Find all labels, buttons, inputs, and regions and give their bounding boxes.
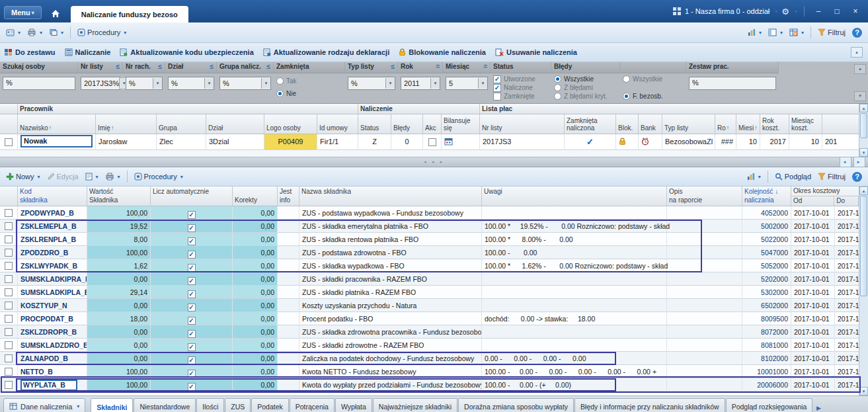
action-aktualizowanie-kodu[interactable]: Aktualizowanie kodu ubezpieczenia <box>120 48 253 56</box>
cell-licz-automatycznie[interactable] <box>151 339 233 352</box>
cell-uwagi[interactable]: 100.00 * 1.62% - 0.00 Rozniczowo: podsta… <box>482 259 667 272</box>
cell-kolejnosc[interactable]: 8102000 <box>742 352 791 365</box>
typ-listy-select[interactable]: %▾ <box>348 77 395 90</box>
cell-uwagi[interactable] <box>482 286 667 299</box>
scroll-up-button[interactable]: ▴ <box>859 104 868 112</box>
cell-korekty[interactable]: 0,00 <box>233 299 278 312</box>
cell-korekty[interactable]: 0,00 <box>233 352 278 365</box>
cell-wartosc[interactable]: 0,00 <box>87 272 151 286</box>
cell-logo[interactable]: P00409 <box>264 134 317 150</box>
cell-wartosc[interactable]: 1,62 <box>87 259 151 272</box>
cell-jest-info[interactable] <box>278 299 299 312</box>
cell-korekty[interactable]: 0,00 <box>233 286 278 299</box>
cell-okres-do[interactable]: 2017-10- <box>835 259 859 272</box>
cell-licz-automatycznie[interactable] <box>151 299 233 312</box>
grid-row[interactable]: ZPODWYPAD_B100,000,00ZUS - podstawa wypa… <box>0 206 868 220</box>
cell-korekty[interactable]: 0,00 <box>233 220 278 233</box>
cell-wartosc[interactable]: 100,00 <box>87 378 151 391</box>
cell-korekty[interactable]: 0,00 <box>233 312 278 325</box>
cell-wartosc[interactable]: 0,00 <box>87 325 151 339</box>
cell-korekty[interactable]: 0,00 <box>233 233 278 246</box>
cell-bledy[interactable]: 0 <box>391 134 423 150</box>
cell-kolejnosc[interactable]: 8081000 <box>742 339 791 352</box>
col-header-od[interactable]: Od <box>791 196 834 206</box>
cell-nazwa[interactable]: Koszty uzyskania przychodu - Natura <box>299 299 482 312</box>
cell-okres-od[interactable]: 2017-10-01 <box>791 259 835 272</box>
miesiac-select[interactable]: 5▾ <box>446 77 488 90</box>
filter-button[interactable]: Filtruj <box>815 27 848 38</box>
grid-row[interactable]: SUMSKLADKIPRA_B0,000,00ZUS - składki pra… <box>0 272 868 286</box>
cell-okres-od[interactable]: 2017-10-01 <box>791 352 835 365</box>
col-header-kolejność-naliczania[interactable]: Kolejność ↓naliczania <box>742 186 791 206</box>
cell-opis[interactable] <box>667 339 742 352</box>
cell-licz-automatycznie[interactable] <box>151 206 233 220</box>
new-button[interactable]: Nowy ▾ <box>3 171 43 182</box>
cell-okres-do[interactable]: 2017-10- <box>835 286 859 299</box>
cell-jest-info[interactable] <box>278 325 299 339</box>
tab-niestandardowe[interactable]: Niestandardowe <box>134 398 196 412</box>
cell-okres-do[interactable]: 2017-10- <box>835 220 859 233</box>
cell-uwagi[interactable] <box>482 272 667 286</box>
cell-bank[interactable] <box>639 134 662 150</box>
checkbox-icon[interactable] <box>188 211 196 219</box>
cell-kod[interactable]: SUMSKLADKIPLA_B <box>18 286 87 299</box>
print-button[interactable]: ▾ <box>24 27 45 38</box>
tab-zus[interactable]: ZUS <box>225 398 251 412</box>
dane-naliczenia-button[interactable]: Dane naliczenia ▾ <box>3 398 85 412</box>
cell-opis[interactable] <box>667 220 742 233</box>
grid-row[interactable]: ZALNAPOD_B0,000,00Zaliczka na podatek do… <box>0 352 868 365</box>
cell-wartosc[interactable]: 0,00 <box>87 299 151 312</box>
cell-okres-od[interactable]: 2017-10-01 <box>791 272 835 286</box>
checkbox[interactable] <box>5 341 13 349</box>
cell-extra[interactable]: 201 <box>822 134 859 150</box>
checkbox[interactable] <box>5 262 13 270</box>
col-header-kod-składnika[interactable]: Kodskładnika <box>18 186 87 206</box>
cell-zamknieta[interactable]: ✓ <box>565 134 616 150</box>
checkbox-icon[interactable] <box>188 290 196 298</box>
cell-kod[interactable]: ZSKLRENPLA_B <box>18 233 87 246</box>
col-header-imię[interactable]: Imię↑ <box>96 114 157 134</box>
col-header-bilansuje-się[interactable]: Bilansuje się <box>442 114 480 134</box>
col-header-blank[interactable] <box>822 114 859 134</box>
cell-kod[interactable]: ZSKLWYPADK_B <box>18 259 87 272</box>
cell-kolejnosc[interactable]: 5052000 <box>742 259 791 272</box>
cell-nazwa[interactable]: ZUS - składki pracownika - RAZEM FBO <box>299 272 482 286</box>
cell-okres-do[interactable]: 2017-10- <box>835 365 859 378</box>
checkbox[interactable] <box>5 222 13 230</box>
cell-korekty[interactable]: 0,00 <box>233 272 278 286</box>
cell-blok[interactable] <box>616 134 639 150</box>
tab-potrącenia[interactable]: Potrącenia <box>290 398 335 412</box>
cell-grupa[interactable]: Zlec <box>157 134 206 150</box>
tab-błędy-i-informacje-przy-naliczaniu-składników[interactable]: Błędy i informacje przy naliczaniu skład… <box>574 398 725 412</box>
cell-kolejnosc[interactable]: 5302000 <box>742 286 791 299</box>
cell-uwagi[interactable]: 100.00 - 0.00 <box>482 246 667 259</box>
procedures-button[interactable]: Procedury ▾ <box>75 27 129 38</box>
cell-kod[interactable]: PROCPODAT_B <box>18 312 87 325</box>
cell-okres-do[interactable]: 2017-10- <box>835 325 859 339</box>
cell-wartosc[interactable]: 18,00 <box>87 312 151 325</box>
cell-opis[interactable] <box>667 378 742 391</box>
action-do-zestawu[interactable]: Do zestawu <box>4 48 56 56</box>
cell-okres-od[interactable]: 2017-10-01 <box>791 206 835 220</box>
cell-nazwa[interactable]: ZUS - składka wypadkowa - FBO <box>299 259 482 272</box>
cell-jest-info[interactable] <box>278 286 299 299</box>
rok-select[interactable]: 2011▾ <box>401 77 440 90</box>
collapse-panel-button[interactable]: ▴ <box>851 47 863 58</box>
cell-miesiac_koszt[interactable]: 10 <box>789 134 822 150</box>
radio-z-bledami[interactable]: Z błędami <box>554 83 617 92</box>
checkbox[interactable] <box>5 328 13 336</box>
cell-jest-info[interactable] <box>278 206 299 220</box>
procedures-button[interactable]: Procedury ▾ <box>132 171 186 182</box>
cell-wartosc[interactable]: 100,00 <box>87 246 151 259</box>
checkbox-utworzone[interactable]: Utworzone <box>493 75 549 83</box>
cell-select[interactable] <box>0 259 18 272</box>
action-naliczanie[interactable]: Naliczanie <box>65 48 111 56</box>
cell-okres-do[interactable]: 2017-10- <box>835 378 859 391</box>
checkbox[interactable] <box>5 302 13 309</box>
cell-okres-od[interactable]: 2017-10-01 <box>791 220 835 233</box>
checkbox-icon[interactable] <box>188 356 196 364</box>
cell-okres-od[interactable]: 2017-10-01 <box>791 325 835 339</box>
cell-opis[interactable] <box>667 325 742 339</box>
grid-row[interactable]: ZSKLWYPADK_B1,620,00ZUS - składka wypadk… <box>0 259 868 272</box>
checkbox-icon[interactable] <box>188 330 196 338</box>
